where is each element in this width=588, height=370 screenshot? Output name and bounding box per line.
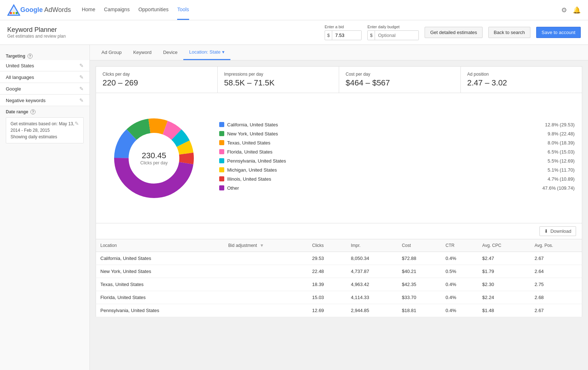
col-ctr: CTR	[441, 239, 478, 252]
legend-value: 12.8% (29.53)	[545, 122, 575, 127]
legend-value: 5.5% (12.69)	[548, 158, 575, 164]
cell-impr: 4,963.42	[346, 278, 397, 291]
tab-device[interactable]: Device	[157, 45, 183, 60]
network-edit-icon[interactable]: ✎	[79, 86, 84, 92]
network-label: Google	[6, 86, 21, 92]
date-edit-icon[interactable]: ✎	[75, 121, 79, 126]
save-to-account-button[interactable]: Save to account	[536, 27, 581, 38]
chart-area: 230.45 Clicks per day California, United…	[96, 93, 582, 223]
legend-name: New York, United States	[227, 131, 545, 136]
cell-location: California, United States	[96, 252, 224, 265]
donut-center: 230.45 Clicks per day	[140, 151, 167, 165]
table-header-row: Location Bid adjustment ▼ Clicks Impr. C…	[96, 239, 582, 252]
legend-item: New York, United States 9.8% (22.48)	[219, 131, 575, 136]
chart-legend: California, United States 12.8% (29.53) …	[219, 122, 575, 194]
legend-name: Florida, United States	[227, 149, 545, 155]
nav-tools[interactable]: Tools	[177, 0, 189, 20]
legend-name: Illinois, United States	[227, 176, 545, 182]
settings-icon[interactable]: ⚙	[561, 6, 567, 14]
table-row: Florida, United States 15.03 4,114.33 $3…	[96, 291, 582, 304]
cell-cost: $33.70	[397, 291, 441, 304]
tab-ad-group[interactable]: Ad Group	[96, 45, 128, 60]
legend-item: Pennsylvania, United States 5.5% (12.69)	[219, 158, 575, 164]
cell-avg-cpc: $2.24	[478, 291, 530, 304]
country-edit-icon[interactable]: ✎	[79, 63, 84, 68]
tab-keyword[interactable]: Keyword	[128, 45, 158, 60]
date-range-help-icon[interactable]: ?	[30, 109, 36, 114]
cell-ctr: 0.4%	[441, 278, 478, 291]
cell-location: New York, United States	[96, 265, 224, 278]
legend-color-swatch	[219, 185, 224, 190]
cell-cost: $42.35	[397, 278, 441, 291]
date-range-title: Date range ?	[6, 109, 84, 114]
cell-ctr: 0.4%	[441, 304, 478, 317]
language-edit-icon[interactable]: ✎	[79, 74, 84, 80]
tabs-bar: Ad Group Keyword Device Location: State …	[90, 45, 588, 60]
legend-name: Michigan, United States	[227, 167, 545, 173]
budget-input[interactable]	[375, 31, 418, 40]
bid-input-group: $	[325, 30, 362, 40]
col-bid-adjustment[interactable]: Bid adjustment ▼	[224, 239, 308, 252]
cell-avg-pos: 2.67	[530, 252, 582, 265]
donut-center-value: 230.45	[140, 151, 167, 160]
cell-clicks: 12.69	[308, 304, 347, 317]
legend-color-swatch	[219, 176, 224, 181]
cell-avg-cpc: $1.79	[478, 265, 530, 278]
budget-dollar-sign: $	[368, 31, 375, 40]
date-based-on: Get estimates based on: May 13, 2014 - F…	[11, 121, 75, 134]
legend-item: Illinois, United States 4.7% (10.89)	[219, 176, 575, 182]
back-to-search-button[interactable]: Back to search	[488, 27, 530, 38]
cell-bid	[224, 252, 308, 265]
bid-label: Enter a bid	[325, 25, 362, 29]
col-cost: Cost	[397, 239, 441, 252]
get-detailed-estimates-button[interactable]: Get detailed estimates	[425, 27, 482, 38]
legend-item: Texas, United States 8.0% (18.39)	[219, 140, 575, 146]
data-table: Location Bid adjustment ▼ Clicks Impr. C…	[96, 239, 582, 317]
bid-input[interactable]	[332, 31, 361, 40]
targeting-help-icon[interactable]: ?	[28, 54, 33, 59]
legend-name: Other	[227, 185, 539, 191]
stat-impressions: Impressions per day 58.5K – 71.5K	[218, 67, 339, 93]
legend-color-swatch	[219, 140, 224, 145]
legend-color-swatch	[219, 167, 224, 172]
legend-value: 8.0% (18.39)	[548, 140, 575, 146]
cell-clicks: 15.03	[308, 291, 347, 304]
notifications-icon[interactable]: 🔔	[573, 6, 581, 14]
date-box: Get estimates based on: May 13, 2014 - F…	[6, 117, 84, 143]
country-label: United States	[6, 63, 34, 68]
sidebar-item-language: All languages ✎	[0, 72, 89, 83]
cell-location: Florida, United States	[96, 291, 224, 304]
bid-section: Enter a bid $	[325, 25, 362, 40]
legend-item: Other 47.6% (109.74)	[219, 185, 575, 191]
cell-avg-pos: 2.75	[530, 278, 582, 291]
content-area: Ad Group Keyword Device Location: State …	[90, 45, 588, 370]
brand-name: Google AdWords	[20, 6, 71, 14]
donut-chart: 230.45 Clicks per day	[103, 108, 205, 209]
nav-home[interactable]: Home	[82, 0, 95, 20]
negative-keywords-edit-icon[interactable]: ✎	[79, 97, 84, 103]
legend-value: 5.1% (11.70)	[548, 167, 575, 173]
cell-avg-pos: 2.67	[530, 304, 582, 317]
cell-cost: $40.21	[397, 265, 441, 278]
nav-opportunities[interactable]: Opportunities	[138, 0, 168, 20]
legend-value: 47.6% (109.74)	[542, 185, 575, 191]
cell-impr: 2,944.85	[346, 304, 397, 317]
legend-value: 4.7% (10.89)	[548, 176, 575, 182]
col-location: Location	[96, 239, 224, 252]
legend-item: Michigan, United States 5.1% (11.70)	[219, 167, 575, 173]
negative-keywords-label: Negative keywords	[6, 98, 46, 103]
tab-location-state[interactable]: Location: State ▾	[183, 45, 230, 60]
cell-avg-cpc: $2.47	[478, 252, 530, 265]
stats-row: Clicks per day 220 – 269 Impressions per…	[96, 66, 582, 93]
sort-arrow-bid: ▼	[260, 243, 264, 248]
cell-clicks: 29.53	[308, 252, 347, 265]
cell-cost: $18.81	[397, 304, 441, 317]
nav-campaigns[interactable]: Campaigns	[104, 0, 130, 20]
clicks-value: 220 – 269	[103, 78, 211, 88]
cell-ctr: 0.5%	[441, 265, 478, 278]
download-button[interactable]: ⬇ Download	[539, 226, 576, 236]
legend-value: 9.8% (22.48)	[548, 131, 575, 136]
cell-bid	[224, 304, 308, 317]
col-impr: Impr.	[346, 239, 397, 252]
page-title-area: Keyword Planner Get estimates and review…	[7, 26, 66, 39]
